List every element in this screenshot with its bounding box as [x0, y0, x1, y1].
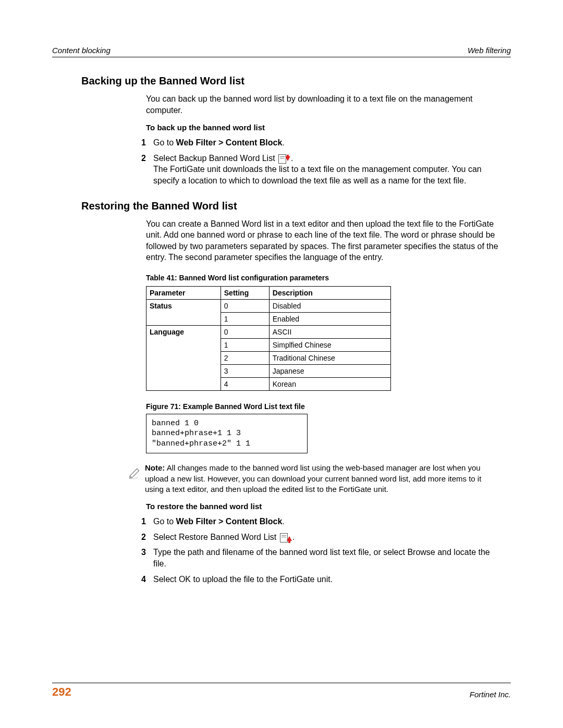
table-row: Status 0 Disabled [146, 299, 391, 312]
header-rule [52, 57, 511, 57]
restore-intro: You can create a Banned Word list in a t… [146, 218, 500, 263]
step-number: 4 [128, 574, 153, 585]
table-cell: 0 [221, 299, 269, 312]
note-pencil-icon [127, 463, 145, 495]
restore-upload-icon [280, 533, 291, 542]
backup-content: You can back up the banned word list by … [146, 93, 500, 187]
table-header-row: Parameter Setting Description [146, 286, 391, 299]
table-cell: Disabled [269, 299, 390, 312]
table-row: Language 0 ASCII [146, 325, 391, 338]
table-cell: Language [146, 325, 221, 390]
page-header: Content blocking Web filtering [52, 46, 511, 55]
section-heading-backup: Backing up the Banned Word list [81, 75, 511, 87]
step-body: Go to Web Filter > Content Block. [153, 516, 500, 527]
table-cell: 1 [221, 312, 269, 325]
backup-proc-title: To back up the banned word list [146, 123, 500, 132]
restore-step-3: 3 Type the path and filename of the bann… [146, 547, 500, 569]
table-cell: Japanese [269, 364, 390, 377]
restore-step-4: 4 Select OK to upload the file to the Fo… [146, 574, 500, 585]
figure-caption: Figure 71: Example Banned Word List text… [146, 402, 500, 411]
step-body: Type the path and filename of the banned… [153, 547, 500, 569]
header-left: Content blocking [52, 46, 111, 55]
table-cell: Enabled [269, 312, 390, 325]
table-caption: Table 41: Banned Word list configuration… [146, 274, 500, 282]
note: Note: All changes made to the banned wor… [127, 463, 500, 495]
step-body: Select OK to upload the file to the Fort… [153, 574, 500, 585]
table-header: Setting [221, 286, 269, 299]
table-header: Description [269, 286, 390, 299]
step-number: 3 [128, 547, 153, 569]
restore-proc-title: To restore the banned word list [146, 502, 500, 511]
restore-step-1: 1 Go to Web Filter > Content Block. [146, 516, 500, 527]
step-body: Go to Web Filter > Content Block. [153, 137, 500, 149]
page-footer: 292 Fortinet Inc. [52, 680, 511, 699]
code-box: banned 1 0 banned+phrase+1 1 3 "banned+p… [146, 414, 308, 454]
table-header: Parameter [146, 286, 221, 299]
table-cell: Traditional Chinese [269, 351, 390, 364]
table-cell: 1 [221, 338, 269, 351]
table-cell: 0 [221, 325, 269, 338]
table-cell: 4 [221, 377, 269, 390]
param-table: Parameter Setting Description Status 0 D… [146, 286, 391, 391]
backup-step-2: 2 Select Backup Banned Word List . The F… [146, 153, 500, 187]
table-cell: Korean [269, 377, 390, 390]
page: Content blocking Web filtering Backing u… [0, 0, 563, 728]
step-body: Select Backup Banned Word List . The For… [153, 153, 500, 187]
step-number: 2 [128, 532, 153, 543]
step-number: 2 [128, 153, 153, 187]
header-right: Web filtering [468, 46, 511, 55]
table-cell: Simplfied Chinese [269, 338, 390, 351]
backup-step-1: 1 Go to Web Filter > Content Block. [146, 137, 500, 149]
step-body: Select Restore Banned Word List . [153, 532, 500, 543]
restore-content: You can create a Banned Word list in a t… [146, 218, 500, 585]
table-cell: 2 [221, 351, 269, 364]
step-number: 1 [128, 516, 153, 527]
footer-rule [52, 683, 511, 683]
table-cell: ASCII [269, 325, 390, 338]
step-number: 1 [128, 137, 153, 149]
note-text: Note: All changes made to the banned wor… [145, 463, 500, 495]
section-heading-restore: Restoring the Banned Word list [81, 200, 511, 212]
table-cell: 3 [221, 364, 269, 377]
backup-download-icon [278, 154, 290, 164]
page-number: 292 [52, 685, 71, 699]
backup-intro: You can back up the banned word list by … [146, 93, 500, 116]
footer-company: Fortinet Inc. [470, 690, 511, 699]
table-cell: Status [146, 299, 221, 325]
restore-step-2: 2 Select Restore Banned Word List . [146, 532, 500, 543]
